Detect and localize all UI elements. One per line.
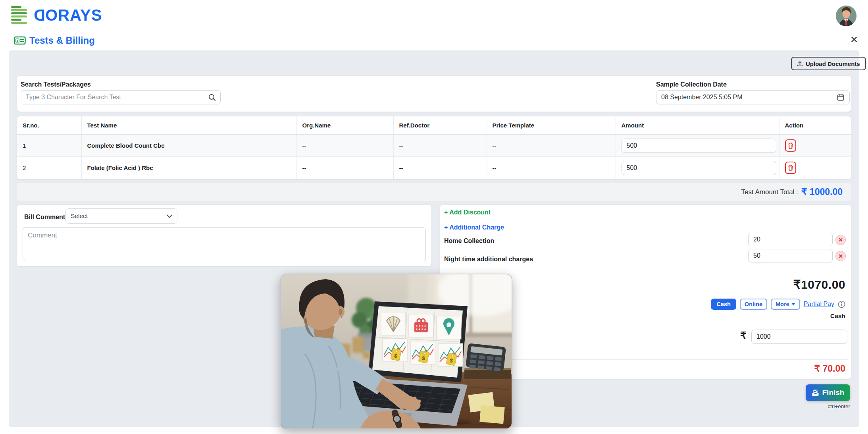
- table-row: 1 Complete Blood Count Cbc -- -- --: [17, 135, 851, 157]
- svg-text:$: $: [17, 39, 19, 42]
- payment-methods: Cash Online More Partial Pay: [711, 299, 845, 310]
- chevron-down-icon: [167, 214, 172, 218]
- remove-charge-button[interactable]: ✕: [835, 251, 846, 261]
- upload-documents-label: Upload Documents: [806, 60, 860, 67]
- sample-date-label: Sample Collection Date: [656, 81, 727, 88]
- row-price-template: --: [487, 135, 616, 157]
- col-ref-doctor: Ref.Doctor: [393, 116, 487, 135]
- page-title: $ Tests & Billing: [14, 35, 95, 46]
- tests-table-card: Sr.no. Test Name Org.Name Ref.Doctor Pri…: [17, 116, 851, 179]
- row-ref-doctor: --: [393, 157, 487, 179]
- upload-documents-button[interactable]: Upload Documents: [791, 57, 866, 70]
- brand-logo: DORAYS: [11, 6, 102, 25]
- home-collection-label: Home Collection: [444, 237, 494, 245]
- search-tests-input[interactable]: [21, 90, 221, 104]
- online-method-button[interactable]: Online: [740, 299, 767, 310]
- upload-icon: [797, 61, 803, 67]
- due-amount: ₹ 70.00: [814, 363, 845, 374]
- amount-input[interactable]: [622, 161, 776, 175]
- finish-label: Finish: [822, 388, 845, 397]
- photo-popup: $ $: [280, 274, 512, 429]
- rupee-symbol: ₹: [740, 330, 746, 341]
- night-charge-label: Night time additional charges: [444, 256, 533, 263]
- cash-method-button[interactable]: Cash: [711, 299, 736, 310]
- selected-method-label: Cash: [830, 312, 845, 320]
- col-srno: Sr.no.: [17, 116, 81, 135]
- trash-icon: [788, 143, 793, 149]
- bill-comment-card: Bill Comment Select: [17, 204, 432, 266]
- search-icon[interactable]: [208, 94, 216, 101]
- tests-billing-page: DORAYS $ Tests & Billing ✕ Upload Docume…: [0, 0, 868, 434]
- row-org-name: --: [296, 157, 393, 179]
- col-action: Action: [779, 116, 851, 135]
- bill-comment-label: Bill Comment: [24, 214, 65, 221]
- test-amount-total-bar: Test Amount Total : ₹ 1000.00: [17, 183, 851, 201]
- row-test-name: Folate (Folic Acid ) Rbc: [81, 157, 296, 179]
- col-price-template: Price Template: [487, 116, 616, 135]
- test-amount-total-value: ₹ 1000.00: [801, 187, 843, 197]
- add-discount-link[interactable]: + Add Discount: [444, 209, 491, 216]
- partial-pay-link[interactable]: Partial Pay: [804, 301, 834, 308]
- finish-icon: [812, 389, 819, 397]
- keyboard-shortcut-hint: ctrl+enter: [806, 403, 850, 409]
- table-row: 2 Folate (Folic Acid ) Rbc -- -- --: [17, 157, 851, 179]
- laptop-desk-photo: $ $: [281, 274, 512, 428]
- user-avatar[interactable]: [836, 6, 856, 26]
- more-methods-button[interactable]: More: [771, 299, 800, 310]
- caret-down-icon: [791, 303, 795, 306]
- bill-comment-select-value: Select: [71, 212, 88, 220]
- amount-input[interactable]: [622, 139, 776, 153]
- row-ref-doctor: --: [393, 135, 487, 157]
- trash-icon: [788, 165, 793, 171]
- col-org-name: Org.Name: [296, 116, 393, 135]
- grand-total-amount: ₹1070.00: [793, 278, 845, 291]
- comment-textarea[interactable]: [23, 227, 426, 261]
- money-check-icon: $: [14, 36, 26, 45]
- home-collection-input[interactable]: [748, 233, 833, 246]
- remove-charge-button[interactable]: ✕: [835, 235, 846, 245]
- divider: [443, 273, 848, 273]
- row-test-name: Complete Blood Count Cbc: [81, 135, 296, 157]
- calendar-icon[interactable]: [837, 94, 844, 101]
- delete-test-button[interactable]: [785, 162, 796, 174]
- tests-table: Sr.no. Test Name Org.Name Ref.Doctor Pri…: [17, 116, 851, 179]
- page-title-text: Tests & Billing: [29, 35, 95, 46]
- more-methods-label: More: [776, 301, 789, 307]
- delete-test-button[interactable]: [785, 139, 796, 152]
- patient-card: Search Tests/Packages Name : HDFD Gender…: [17, 75, 851, 112]
- row-srno: 2: [17, 157, 81, 179]
- info-icon[interactable]: [838, 301, 845, 308]
- col-test-name: Test Name: [81, 116, 296, 135]
- test-amount-total-label: Test Amount Total :: [741, 188, 798, 196]
- paid-amount-input[interactable]: [751, 330, 847, 344]
- row-price-template: --: [487, 157, 616, 179]
- brand-logo-icon: [11, 6, 29, 25]
- search-tests-label: Search Tests/Packages: [21, 81, 91, 88]
- sample-date-input[interactable]: [656, 90, 850, 104]
- row-srno: 1: [17, 135, 81, 157]
- night-charge-input[interactable]: [748, 249, 833, 262]
- brand-name: DORAYS: [33, 6, 102, 25]
- col-amount: Amount: [616, 116, 779, 135]
- row-org-name: --: [296, 135, 393, 157]
- additional-charge-link[interactable]: + Additional Charge: [444, 224, 504, 231]
- finish-button[interactable]: Finish: [806, 384, 850, 401]
- close-icon[interactable]: ✕: [850, 35, 858, 44]
- bill-comment-select[interactable]: Select: [65, 208, 177, 224]
